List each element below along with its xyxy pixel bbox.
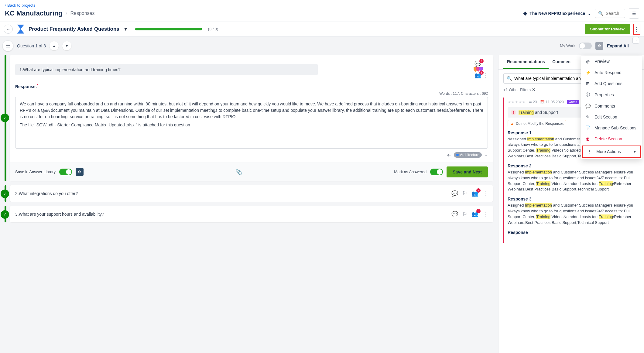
- status-complete-icon: ✓: [1, 210, 9, 219]
- expand-all-button[interactable]: Expand All: [607, 43, 629, 48]
- question-more-icon[interactable]: ⋮: [482, 72, 488, 78]
- tag-architecture[interactable]: Architecture: [454, 152, 482, 158]
- chevron-down-icon[interactable]: ⌄: [484, 153, 488, 157]
- comment-icon[interactable]: 💬: [451, 190, 458, 197]
- clear-filter-icon[interactable]: ✕: [532, 87, 536, 92]
- menu-auto-respond[interactable]: ⚡Auto Respond: [581, 67, 642, 78]
- recommendation-response: Response: [508, 230, 639, 235]
- bolt-icon: ⚡: [585, 70, 590, 75]
- search-input[interactable]: [606, 11, 624, 16]
- do-not-modify-notice: ▲Do not Modify the Responses: [508, 120, 566, 127]
- filter-chip[interactable]: +1 Other Filters: [503, 87, 531, 92]
- calendar-icon: 📅 11.05.2020: [540, 100, 564, 104]
- project-title: KC Manufacturing: [5, 9, 62, 17]
- recommendation-response: Response 3 Assigned Implementation and C…: [508, 197, 639, 225]
- more-actions-menu: ◎Preview ⚡Auto Respond ⊞Add Questions ⓘP…: [581, 56, 642, 159]
- section-dropdown[interactable]: ▼: [124, 27, 128, 32]
- status-complete-icon: ✓: [1, 114, 9, 122]
- search-icon: 🔍: [507, 76, 512, 81]
- global-search[interactable]: 🔍: [595, 9, 625, 18]
- question-card-collapsed: ✓ 3.What are your support hours and avai…: [10, 206, 493, 222]
- tab-comments[interactable]: Commen: [549, 55, 574, 69]
- recommendations-panel: Recommendations Commen 🔍 +1 Other Filter…: [498, 55, 644, 353]
- menu-edit-section[interactable]: ✎Edit Section: [581, 111, 642, 122]
- back-to-projects-link[interactable]: ‹Back to projects: [5, 3, 36, 8]
- comment-icon[interactable]: 💬: [451, 211, 458, 218]
- progress-count: (3 / 3): [208, 27, 218, 31]
- question-more-icon[interactable]: ⋮: [482, 190, 488, 197]
- recommendation-response: Response 2 Assigned Implementation and C…: [508, 163, 639, 192]
- next-question-button[interactable]: ▼: [62, 41, 71, 50]
- question-counter: Question 1 of 3: [17, 43, 46, 48]
- flag-icon[interactable]: ⚐: [462, 190, 467, 197]
- response-label: Response:*: [15, 84, 488, 89]
- menu-more-actions[interactable]: ⋮More Actions ▾: [582, 146, 641, 158]
- warning-icon: !: [511, 110, 516, 115]
- info-icon: ⓘ: [585, 92, 590, 98]
- progress-bar: [135, 28, 202, 30]
- people-icon[interactable]: 👥2: [474, 72, 481, 78]
- status-complete-icon: ✓: [1, 190, 9, 198]
- menu-comments[interactable]: 💬Comments: [581, 101, 642, 111]
- eye-icon: ◎: [585, 59, 590, 64]
- panel-collapse-button[interactable]: ›: [632, 37, 639, 44]
- outline-toggle-button[interactable]: ☰: [2, 40, 13, 51]
- prev-question-button[interactable]: ▲: [50, 41, 59, 50]
- save-library-toggle[interactable]: [59, 169, 72, 175]
- submit-for-review-button[interactable]: Submit for Review: [585, 24, 630, 34]
- chevron-down-icon: ▾: [634, 149, 636, 154]
- attachment-button[interactable]: 📎: [235, 169, 242, 175]
- stack-icon: ≣ 23: [529, 100, 537, 104]
- back-button[interactable]: ←: [4, 25, 13, 34]
- my-work-toggle[interactable]: [579, 43, 592, 49]
- search-icon: 🔍: [598, 11, 603, 16]
- view-settings-button[interactable]: ⚙: [595, 42, 603, 50]
- breadcrumb: KC Manufacturing › Responses: [5, 9, 95, 17]
- comment-icon: 💬: [585, 104, 590, 108]
- experience-switcher[interactable]: ◆ The New RFPIO Experience ⌄: [523, 10, 591, 16]
- question-text[interactable]: 3.What are your support hours and availa…: [15, 212, 448, 217]
- filter-icon: ☰: [632, 11, 636, 16]
- alert-icon: ▲: [510, 122, 514, 126]
- global-filter-button[interactable]: ☰: [629, 8, 639, 19]
- response-editor[interactable]: We can have a company full onboarded and…: [15, 97, 488, 149]
- word-count: Words : 117, Characters : 692: [15, 91, 488, 96]
- tab-recommendations[interactable]: Recommendations: [503, 55, 549, 69]
- pencil-icon: ✎: [585, 115, 590, 119]
- question-text: 1.What are typical implementation and tr…: [15, 64, 318, 75]
- tag-icon: 🏷: [447, 153, 451, 157]
- menu-preview[interactable]: ◎Preview: [581, 56, 642, 67]
- chevron-down-icon: ⌄: [587, 11, 591, 16]
- status-badge: Comp: [567, 100, 579, 104]
- breadcrumb-responses[interactable]: Responses: [70, 11, 94, 16]
- document-icon: 📄: [585, 125, 590, 130]
- menu-delete-section[interactable]: 🗑Delete Section: [581, 133, 642, 144]
- menu-manage-subsections[interactable]: 📄Manage Sub-Sections: [581, 122, 642, 133]
- plus-icon: ⊞: [585, 81, 590, 86]
- question-card-collapsed: ✓ 2.What integrations do you offer? 💬 ⚐ …: [10, 185, 493, 202]
- section-more-button[interactable]: ⋮: [633, 24, 640, 35]
- question-card-open: ✓ 1.What are typical implementation and …: [10, 55, 493, 181]
- menu-properties[interactable]: ⓘProperties: [581, 89, 642, 101]
- my-work-label: My Work: [560, 43, 575, 48]
- save-and-next-button[interactable]: Save and Next: [447, 166, 488, 177]
- section-title: Product Frequently Asked Questions: [29, 26, 119, 32]
- kebab-icon: ⋮: [587, 149, 592, 154]
- trash-icon: 🗑: [585, 136, 590, 141]
- star-rating[interactable]: ★★★★★: [508, 100, 526, 104]
- chevron-left-icon: ‹: [5, 3, 6, 7]
- diamond-icon: ◆: [523, 10, 527, 16]
- people-icon[interactable]: 👥2: [471, 190, 478, 197]
- library-settings-button[interactable]: ⚙: [76, 168, 84, 176]
- mark-answered-label: Mark as Answered: [394, 170, 426, 174]
- people-icon[interactable]: 👥2: [471, 211, 478, 218]
- question-more-icon[interactable]: ⋮: [482, 211, 488, 218]
- question-text[interactable]: 2.What integrations do you offer?: [15, 191, 448, 196]
- menu-add-questions[interactable]: ⊞Add Questions: [581, 78, 642, 89]
- flag-icon[interactable]: ⚐: [462, 211, 467, 218]
- mark-answered-toggle[interactable]: [430, 169, 443, 175]
- save-library-label: Save in Answer Library: [15, 170, 56, 174]
- section-type-icon: [17, 25, 24, 34]
